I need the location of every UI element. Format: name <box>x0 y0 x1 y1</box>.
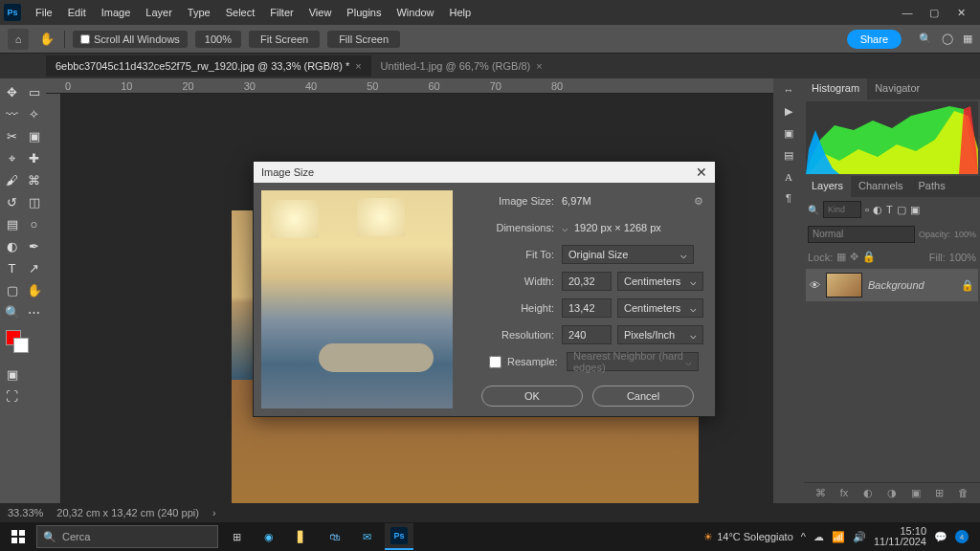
tab-paths[interactable]: Paths <box>911 176 953 197</box>
notification-badge[interactable]: 4 <box>955 530 969 543</box>
document-tab-inactive[interactable]: Untitled-1.jpg @ 66,7% (RGB/8) × <box>371 55 552 77</box>
close-tab-icon[interactable]: × <box>536 60 542 72</box>
brush-tool[interactable]: 🖌 <box>2 170 22 190</box>
onedrive-icon[interactable]: ☁ <box>813 531 824 543</box>
doc-info-status[interactable]: 20,32 cm x 13,42 cm (240 ppi) <box>56 507 199 518</box>
menu-window[interactable]: Window <box>390 3 440 22</box>
color-swatches[interactable] <box>2 330 44 357</box>
close-button[interactable]: ✕ <box>951 3 970 22</box>
type-tool[interactable]: T <box>2 258 22 278</box>
width-input[interactable] <box>562 272 612 291</box>
explorer-icon[interactable]: ▋ <box>287 523 316 550</box>
height-input[interactable] <box>562 298 612 318</box>
volume-icon[interactable]: 🔊 <box>853 531 866 543</box>
filter-smart-icon[interactable]: ▣ <box>910 204 920 216</box>
photoshop-task-icon[interactable]: Ps <box>385 523 413 550</box>
gradient-tool[interactable]: ▤ <box>2 214 22 234</box>
tab-histogram[interactable]: Histogram <box>804 78 867 99</box>
layer-background[interactable]: 👁 Background 🔒 <box>806 269 978 301</box>
marquee-tool[interactable]: ▭ <box>24 82 44 102</box>
zoom-status[interactable]: 33.33% <box>8 507 43 518</box>
filter-type-icon[interactable]: T <box>886 204 893 215</box>
screen-mode-tool[interactable]: ⛶ <box>2 386 22 407</box>
weather-widget[interactable]: ☀ 14°C Soleggiato <box>703 531 793 543</box>
vertical-ruler[interactable] <box>46 94 61 503</box>
height-unit-select[interactable]: Centimeters⌵ <box>617 298 703 318</box>
clock[interactable]: 15:10 11/11/2024 <box>874 526 926 547</box>
dock-color-icon[interactable]: ▤ <box>784 149 793 162</box>
document-tab-active[interactable]: 6ebbc37045c11d432ce52f75_rw_1920.jpg @ 3… <box>46 55 371 77</box>
width-unit-select[interactable]: Centimeters⌵ <box>617 272 703 291</box>
resolution-unit-select[interactable]: Pixels/Inch⌵ <box>617 325 703 344</box>
menu-image[interactable]: Image <box>95 3 138 22</box>
filter-shape-icon[interactable]: ▢ <box>897 204 906 216</box>
dialog-close-icon[interactable]: ✕ <box>696 165 707 180</box>
hand-tool[interactable]: ✋ <box>24 280 44 300</box>
layer-kind-filter[interactable] <box>823 201 861 218</box>
opacity-value[interactable]: 100% <box>954 230 976 239</box>
status-chevron-icon[interactable]: › <box>212 507 216 518</box>
heal-tool[interactable]: ✚ <box>24 148 44 168</box>
history-brush-tool[interactable]: ↺ <box>2 192 22 212</box>
background-color[interactable] <box>13 338 29 353</box>
menu-type[interactable]: Type <box>181 3 217 22</box>
layer-thumbnail[interactable] <box>826 273 862 298</box>
layer-name[interactable]: Background <box>868 279 924 291</box>
dock-type-icon[interactable]: A <box>785 171 792 183</box>
layer-fx-icon[interactable]: fx <box>840 487 849 499</box>
dock-expand-icon[interactable]: ↔ <box>784 84 794 96</box>
maximize-button[interactable]: ▢ <box>924 3 944 22</box>
wifi-icon[interactable]: 📶 <box>832 531 845 543</box>
ok-button[interactable]: OK <box>481 386 583 407</box>
lock-all-icon[interactable]: 🔒 <box>862 251 876 263</box>
link-layers-icon[interactable]: ⌘ <box>815 487 826 499</box>
delete-layer-icon[interactable]: 🗑 <box>958 487 969 499</box>
minimize-button[interactable]: — <box>898 3 917 22</box>
fill-screen-button[interactable]: Fill Screen <box>327 31 400 48</box>
lock-icon[interactable]: 🔒 <box>961 279 974 292</box>
menu-select[interactable]: Select <box>219 3 262 22</box>
workspace-icon[interactable]: ▦ <box>963 33 972 45</box>
tab-layers[interactable]: Layers <box>804 176 851 197</box>
resolution-input[interactable] <box>562 325 612 344</box>
eyedropper-tool[interactable]: ⌖ <box>2 148 22 168</box>
dock-paragraph-icon[interactable]: ¶ <box>786 192 791 204</box>
path-tool[interactable]: ↗ <box>24 258 44 278</box>
horizontal-ruler[interactable]: 0 10 20 30 40 50 60 70 80 <box>46 78 773 94</box>
new-group-icon[interactable]: ▣ <box>911 487 921 499</box>
store-icon[interactable]: 🛍 <box>320 523 348 550</box>
resample-checkbox[interactable] <box>489 356 501 368</box>
share-button[interactable]: Share <box>847 30 902 49</box>
dock-play-icon[interactable]: ▶ <box>785 105 792 118</box>
frame-tool[interactable]: ▣ <box>24 126 44 146</box>
close-tab-icon[interactable]: × <box>355 60 361 72</box>
zoom-tool[interactable]: 🔍 <box>2 302 22 322</box>
visibility-icon[interactable]: 👁 <box>810 279 820 291</box>
edge-icon[interactable]: ◉ <box>255 523 283 550</box>
help-icon[interactable]: ◯ <box>942 33 953 45</box>
quick-mask-tool[interactable]: ▣ <box>2 364 22 385</box>
taskbar-search[interactable]: 🔍 Cerca <box>36 525 218 548</box>
cancel-button[interactable]: Cancel <box>592 386 694 407</box>
tray-chevron-icon[interactable]: ^ <box>801 531 806 542</box>
wand-tool[interactable]: ✧ <box>24 104 44 124</box>
menu-plugins[interactable]: Plugins <box>340 3 388 22</box>
start-button[interactable] <box>4 523 33 550</box>
dimensions-dropdown-icon[interactable]: ⌵ <box>562 222 568 234</box>
pen-tool[interactable]: ✒ <box>24 236 44 256</box>
blend-mode-select[interactable]: Normal <box>808 226 915 243</box>
menu-help[interactable]: Help <box>443 3 479 22</box>
scroll-checkbox[interactable] <box>80 34 90 44</box>
fill-value[interactable]: 100% <box>949 252 976 263</box>
move-tool[interactable]: ✥ <box>2 82 22 102</box>
lock-pixels-icon[interactable]: ▦ <box>836 251 846 263</box>
notifications-icon[interactable]: 💬 <box>934 531 947 543</box>
search-icon[interactable]: 🔍 <box>919 33 932 45</box>
home-button[interactable]: ⌂ <box>8 29 29 50</box>
menu-edit[interactable]: Edit <box>61 3 93 22</box>
gear-icon[interactable]: ⚙︎ <box>694 195 703 208</box>
tab-channels[interactable]: Channels <box>851 176 910 197</box>
menu-layer[interactable]: Layer <box>139 3 179 22</box>
tab-navigator[interactable]: Navigator <box>867 78 927 99</box>
filter-adjust-icon[interactable]: ◐ <box>873 204 882 216</box>
